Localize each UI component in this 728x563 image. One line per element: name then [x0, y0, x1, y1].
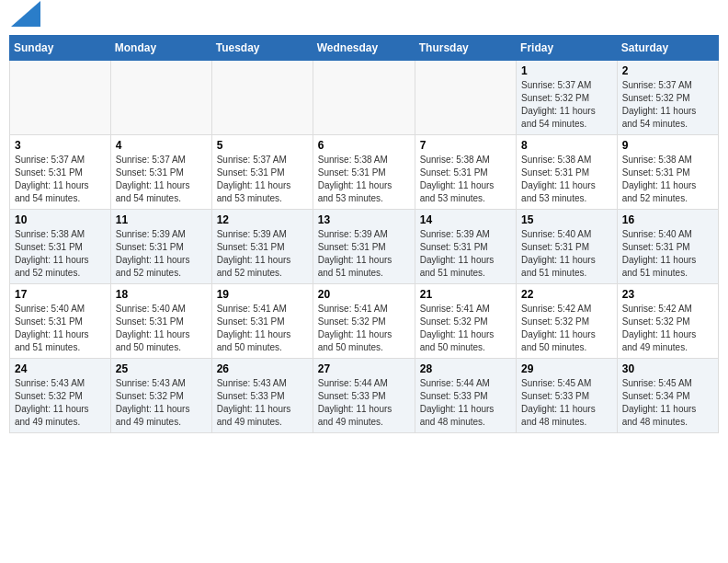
day-number: 29 — [521, 362, 612, 375]
calendar-body: 1Sunrise: 5:37 AMSunset: 5:32 PMDaylight… — [10, 60, 719, 432]
weekday-header-saturday: Saturday — [617, 35, 718, 60]
day-info: Sunrise: 5:42 AMSunset: 5:32 PMDaylight:… — [521, 303, 612, 354]
day-number: 1 — [521, 64, 612, 77]
calendar-cell: 23Sunrise: 5:42 AMSunset: 5:32 PMDayligh… — [617, 283, 718, 358]
calendar-cell: 8Sunrise: 5:38 AMSunset: 5:31 PMDaylight… — [517, 134, 618, 209]
day-number: 19 — [217, 288, 308, 301]
weekday-header-sunday: Sunday — [10, 35, 111, 60]
day-info: Sunrise: 5:43 AMSunset: 5:32 PMDaylight:… — [15, 377, 106, 429]
day-number: 11 — [116, 213, 207, 226]
day-number: 2 — [622, 64, 713, 77]
calendar-cell: 20Sunrise: 5:41 AMSunset: 5:32 PMDayligh… — [313, 283, 415, 358]
calendar-cell: 14Sunrise: 5:39 AMSunset: 5:31 PMDayligh… — [415, 209, 516, 283]
day-number: 22 — [521, 288, 612, 301]
page-header — [9, 9, 719, 28]
day-info: Sunrise: 5:37 AMSunset: 5:32 PMDaylight:… — [521, 79, 612, 131]
day-number: 13 — [318, 213, 410, 226]
calendar-cell: 16Sunrise: 5:40 AMSunset: 5:31 PMDayligh… — [617, 209, 718, 283]
day-info: Sunrise: 5:40 AMSunset: 5:31 PMDaylight:… — [622, 228, 713, 280]
day-number: 8 — [521, 139, 612, 152]
day-info: Sunrise: 5:38 AMSunset: 5:31 PMDaylight:… — [318, 154, 410, 205]
calendar-cell — [10, 60, 111, 134]
day-number: 5 — [217, 139, 308, 152]
calendar-cell: 7Sunrise: 5:38 AMSunset: 5:31 PMDaylight… — [415, 134, 516, 209]
calendar-cell — [211, 60, 313, 134]
day-info: Sunrise: 5:44 AMSunset: 5:33 PMDaylight:… — [420, 377, 511, 429]
day-number: 20 — [318, 288, 410, 301]
calendar-cell: 29Sunrise: 5:45 AMSunset: 5:33 PMDayligh… — [517, 358, 618, 432]
day-number: 17 — [15, 288, 106, 301]
calendar-cell: 1Sunrise: 5:37 AMSunset: 5:32 PMDaylight… — [517, 60, 618, 134]
calendar-cell: 9Sunrise: 5:38 AMSunset: 5:31 PMDaylight… — [617, 134, 718, 209]
calendar-week-row: 1Sunrise: 5:37 AMSunset: 5:32 PMDaylight… — [10, 60, 719, 134]
day-info: Sunrise: 5:38 AMSunset: 5:31 PMDaylight:… — [521, 154, 612, 205]
day-info: Sunrise: 5:42 AMSunset: 5:32 PMDaylight:… — [622, 303, 713, 354]
weekday-header-thursday: Thursday — [415, 35, 516, 60]
calendar-week-row: 10Sunrise: 5:38 AMSunset: 5:31 PMDayligh… — [10, 209, 719, 283]
calendar-cell: 6Sunrise: 5:38 AMSunset: 5:31 PMDaylight… — [313, 134, 415, 209]
weekday-header-tuesday: Tuesday — [211, 35, 313, 60]
day-number: 26 — [217, 362, 308, 375]
calendar-table: SundayMondayTuesdayWednesdayThursdayFrid… — [9, 35, 719, 433]
day-info: Sunrise: 5:45 AMSunset: 5:33 PMDaylight:… — [521, 377, 612, 429]
day-info: Sunrise: 5:40 AMSunset: 5:31 PMDaylight:… — [116, 303, 207, 354]
day-info: Sunrise: 5:43 AMSunset: 5:32 PMDaylight:… — [116, 377, 207, 429]
calendar-cell: 22Sunrise: 5:42 AMSunset: 5:32 PMDayligh… — [517, 283, 618, 358]
day-info: Sunrise: 5:40 AMSunset: 5:31 PMDaylight:… — [521, 228, 612, 280]
calendar-cell: 25Sunrise: 5:43 AMSunset: 5:32 PMDayligh… — [110, 358, 211, 432]
day-info: Sunrise: 5:37 AMSunset: 5:31 PMDaylight:… — [217, 154, 308, 205]
calendar-cell: 18Sunrise: 5:40 AMSunset: 5:31 PMDayligh… — [110, 283, 211, 358]
day-info: Sunrise: 5:41 AMSunset: 5:31 PMDaylight:… — [217, 303, 308, 354]
calendar-cell: 15Sunrise: 5:40 AMSunset: 5:31 PMDayligh… — [517, 209, 618, 283]
day-number: 27 — [318, 362, 410, 375]
day-info: Sunrise: 5:44 AMSunset: 5:33 PMDaylight:… — [318, 377, 410, 429]
day-info: Sunrise: 5:38 AMSunset: 5:31 PMDaylight:… — [622, 154, 713, 205]
day-number: 15 — [521, 213, 612, 226]
weekday-header-row: SundayMondayTuesdayWednesdayThursdayFrid… — [10, 35, 719, 60]
day-info: Sunrise: 5:40 AMSunset: 5:31 PMDaylight:… — [15, 303, 106, 354]
calendar-cell: 27Sunrise: 5:44 AMSunset: 5:33 PMDayligh… — [313, 358, 415, 432]
calendar-cell: 30Sunrise: 5:45 AMSunset: 5:34 PMDayligh… — [617, 358, 718, 432]
calendar-week-row: 17Sunrise: 5:40 AMSunset: 5:31 PMDayligh… — [10, 283, 719, 358]
calendar-cell: 26Sunrise: 5:43 AMSunset: 5:33 PMDayligh… — [211, 358, 313, 432]
day-info: Sunrise: 5:45 AMSunset: 5:34 PMDaylight:… — [622, 377, 713, 429]
day-info: Sunrise: 5:38 AMSunset: 5:31 PMDaylight:… — [420, 154, 511, 205]
calendar-cell — [110, 60, 211, 134]
weekday-header-monday: Monday — [110, 35, 211, 60]
calendar-cell: 28Sunrise: 5:44 AMSunset: 5:33 PMDayligh… — [415, 358, 516, 432]
calendar-cell: 3Sunrise: 5:37 AMSunset: 5:31 PMDaylight… — [10, 134, 111, 209]
calendar-cell: 24Sunrise: 5:43 AMSunset: 5:32 PMDayligh… — [10, 358, 111, 432]
day-number: 12 — [217, 213, 308, 226]
day-number: 6 — [318, 139, 410, 152]
day-number: 10 — [15, 213, 106, 226]
day-info: Sunrise: 5:37 AMSunset: 5:31 PMDaylight:… — [15, 154, 106, 205]
day-info: Sunrise: 5:43 AMSunset: 5:33 PMDaylight:… — [217, 377, 308, 429]
day-info: Sunrise: 5:39 AMSunset: 5:31 PMDaylight:… — [318, 228, 410, 280]
calendar-cell: 19Sunrise: 5:41 AMSunset: 5:31 PMDayligh… — [211, 283, 313, 358]
logo — [9, 9, 40, 28]
day-info: Sunrise: 5:41 AMSunset: 5:32 PMDaylight:… — [420, 303, 511, 354]
day-number: 16 — [622, 213, 713, 226]
day-info: Sunrise: 5:37 AMSunset: 5:31 PMDaylight:… — [116, 154, 207, 205]
day-number: 9 — [622, 139, 713, 152]
calendar-cell: 4Sunrise: 5:37 AMSunset: 5:31 PMDaylight… — [110, 134, 211, 209]
day-number: 4 — [116, 139, 207, 152]
day-info: Sunrise: 5:41 AMSunset: 5:32 PMDaylight:… — [318, 303, 410, 354]
calendar-cell: 2Sunrise: 5:37 AMSunset: 5:32 PMDaylight… — [617, 60, 718, 134]
day-info: Sunrise: 5:38 AMSunset: 5:31 PMDaylight:… — [15, 228, 106, 280]
day-number: 18 — [116, 288, 207, 301]
calendar-cell — [313, 60, 415, 134]
calendar-cell: 11Sunrise: 5:39 AMSunset: 5:31 PMDayligh… — [110, 209, 211, 283]
calendar-week-row: 24Sunrise: 5:43 AMSunset: 5:32 PMDayligh… — [10, 358, 719, 432]
calendar-cell: 21Sunrise: 5:41 AMSunset: 5:32 PMDayligh… — [415, 283, 516, 358]
day-number: 28 — [420, 362, 511, 375]
calendar-cell — [415, 60, 516, 134]
weekday-header-wednesday: Wednesday — [313, 35, 415, 60]
day-number: 3 — [15, 139, 106, 152]
weekday-header-friday: Friday — [517, 35, 618, 60]
day-number: 25 — [116, 362, 207, 375]
svg-marker-0 — [11, 1, 40, 27]
calendar-cell: 13Sunrise: 5:39 AMSunset: 5:31 PMDayligh… — [313, 209, 415, 283]
calendar-cell: 10Sunrise: 5:38 AMSunset: 5:31 PMDayligh… — [10, 209, 111, 283]
calendar-week-row: 3Sunrise: 5:37 AMSunset: 5:31 PMDaylight… — [10, 134, 719, 209]
